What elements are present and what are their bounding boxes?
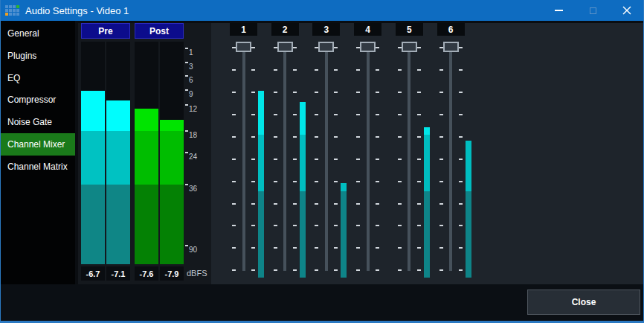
app-icon-square xyxy=(16,9,19,12)
channel-2-label: 2 xyxy=(271,23,299,36)
scale-tick-mark xyxy=(185,184,188,185)
fader-tick xyxy=(439,69,443,71)
fader-tick xyxy=(398,92,402,93)
channel-2-level-meter xyxy=(300,135,306,191)
channel-1-label: 1 xyxy=(230,23,257,36)
sidebar-item-channel-mixer[interactable]: Channel Mixer xyxy=(1,133,75,156)
channel-1-fader-track[interactable] xyxy=(242,42,245,271)
fader-tick xyxy=(232,225,236,226)
fader-tick xyxy=(315,114,318,115)
scale-label: 3 xyxy=(189,62,193,71)
channel-3-level-meter xyxy=(341,191,347,278)
fader-tick xyxy=(356,136,360,138)
pre-meter-bar-segment xyxy=(81,185,105,264)
fader-tick xyxy=(334,269,338,271)
fader-tick xyxy=(315,159,318,160)
minimize-button[interactable] xyxy=(541,0,576,21)
pre-meter-bar-segment xyxy=(106,185,130,264)
channel-1-level-meter xyxy=(258,191,264,278)
channel-2-fader-track[interactable] xyxy=(283,42,286,271)
fader-tick xyxy=(251,159,255,160)
scale-tick-mark xyxy=(185,130,188,132)
post-meter-bar-segment xyxy=(135,185,158,264)
sidebar-item-plugins[interactable]: Plugins xyxy=(1,45,75,67)
sidebar-item-compressor[interactable]: Compressor xyxy=(1,89,75,111)
fader-tick xyxy=(232,181,236,182)
fader-tick xyxy=(417,181,421,182)
fader-tick xyxy=(459,92,463,93)
sidebar-item-label: Channel Matrix xyxy=(7,162,68,172)
fader-tick xyxy=(274,136,277,138)
post-meter-header: Post xyxy=(135,23,184,39)
channel-5-fader-track[interactable] xyxy=(408,42,410,271)
fader-tick xyxy=(439,92,443,93)
scale-label: 12 xyxy=(189,104,197,114)
fader-tick xyxy=(293,47,297,48)
fader-tick xyxy=(398,247,402,249)
titlebar[interactable]: Audio Settings - Video 1 xyxy=(0,0,644,21)
fader-tick xyxy=(251,203,255,205)
channel-1-fader-handle[interactable] xyxy=(236,42,251,52)
fader-tick xyxy=(251,92,255,93)
fader-tick xyxy=(439,225,443,226)
fader-tick xyxy=(439,269,443,271)
channel-6-fader-handle[interactable] xyxy=(443,42,459,52)
channel-2-level-meter xyxy=(300,102,306,135)
fader-tick xyxy=(293,181,297,182)
channel-4-fader-handle[interactable] xyxy=(360,42,376,52)
fader-tick xyxy=(274,225,277,226)
channel-2-fader-handle[interactable] xyxy=(277,42,293,52)
sidebar-item-channel-matrix[interactable]: Channel Matrix xyxy=(1,156,75,178)
fader-tick xyxy=(439,181,443,182)
close-button[interactable]: Close xyxy=(527,290,640,315)
channel-3-level-meter xyxy=(341,183,347,191)
fader-tick xyxy=(232,114,236,115)
fader-tick xyxy=(417,159,421,160)
fader-tick xyxy=(293,69,297,71)
fader-tick xyxy=(376,114,379,115)
channel-5-level-meter xyxy=(424,127,430,135)
fader-tick xyxy=(293,203,297,205)
fader-tick xyxy=(459,47,463,48)
post-meter-bar-segment xyxy=(160,185,184,264)
fader-tick xyxy=(334,136,338,138)
channel-3-fader-handle[interactable] xyxy=(318,42,334,52)
channel-1-level-meter xyxy=(258,135,264,191)
sidebar-item-eq[interactable]: EQ xyxy=(1,67,75,89)
fader-tick xyxy=(334,247,338,249)
scale-label: 18 xyxy=(189,130,197,140)
fader-tick xyxy=(232,247,236,249)
fader-tick xyxy=(356,247,360,249)
fader-tick xyxy=(376,203,379,205)
channel-5-fader-handle[interactable] xyxy=(402,42,417,52)
channel-2-level-meter xyxy=(300,191,306,278)
sidebar-item-general[interactable]: General xyxy=(1,22,75,45)
fader-tick xyxy=(417,136,421,138)
fader-tick xyxy=(251,247,255,249)
fader-tick xyxy=(274,159,277,160)
window-controls xyxy=(541,0,644,21)
sidebar-item-noise-gate[interactable]: Noise Gate xyxy=(1,111,75,133)
fader-tick xyxy=(376,225,379,226)
fader-tick xyxy=(293,225,297,226)
scale-tick-mark xyxy=(185,245,188,246)
fader-tick xyxy=(459,269,463,271)
channel-3-fader-track[interactable] xyxy=(325,42,328,271)
app-icon-square xyxy=(9,9,12,12)
fader-tick xyxy=(376,92,379,93)
close-window-button[interactable] xyxy=(610,0,644,21)
post-meter-bar-segment xyxy=(135,131,158,185)
fader-tick xyxy=(459,181,463,182)
channel-4-fader-track[interactable] xyxy=(367,42,370,271)
fader-tick xyxy=(315,247,318,249)
scale-tick-mark xyxy=(185,152,188,153)
channel-6-fader-track[interactable] xyxy=(449,42,452,271)
sidebar-item-label: Plugins xyxy=(7,51,36,61)
fader-tick xyxy=(459,203,463,205)
fader-tick xyxy=(274,92,277,93)
channel-6-level-meter xyxy=(466,191,471,278)
fader-tick xyxy=(417,269,421,271)
fader-tick xyxy=(356,225,360,226)
fader-tick xyxy=(251,181,255,182)
fader-tick xyxy=(274,69,277,71)
